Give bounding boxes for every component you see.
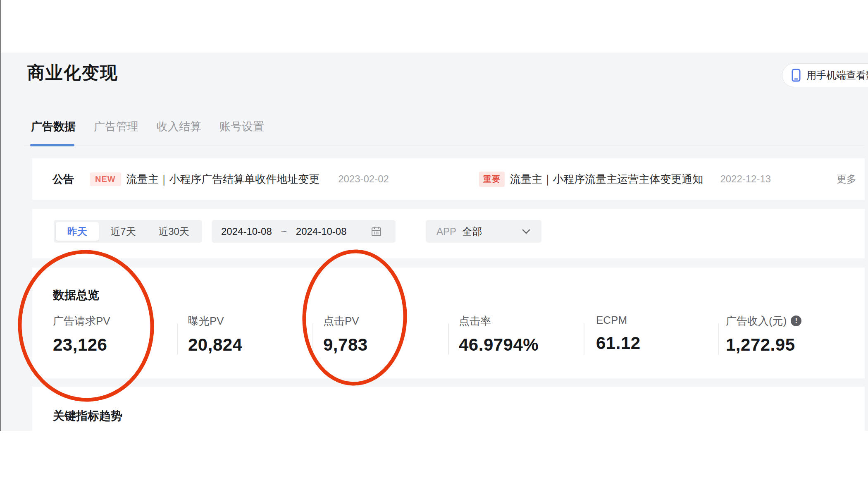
info-icon[interactable]: ! (791, 315, 801, 326)
announcement-date-1: 2023-02-02 (338, 173, 389, 185)
mobile-view-button-label: 用手机端查看数据 (806, 69, 868, 82)
metric-value: 23,126 (53, 335, 110, 355)
metric-divider (312, 323, 313, 355)
announcement-date-2: 2022-12-13 (720, 173, 771, 185)
range-30days-button[interactable]: 近30天 (148, 222, 200, 241)
filter-bar: 昨天 近7天 近30天 2024-10-08 ~ 2024-10-08 APP (32, 209, 865, 258)
mobile-view-button[interactable]: 用手机端查看数据 (782, 63, 868, 87)
tab-ad-management[interactable]: 广告管理 (94, 119, 138, 134)
announcement-link-2[interactable]: 流量主｜小程序流量主运营主体变更通知 (510, 172, 703, 186)
metric-label: 曝光PV (188, 314, 242, 328)
range-7days-button[interactable]: 近7天 (99, 222, 148, 241)
app-select-value: 全部 (462, 225, 482, 238)
metric-click-rate: 点击率 46.9794% (459, 314, 539, 355)
metric-ad-request-pv: 广告请求PV 23,126 (53, 314, 110, 355)
metric-divider (177, 323, 178, 355)
date-end: 2024-10-08 (296, 226, 347, 237)
date-range-picker[interactable]: 2024-10-08 ~ 2024-10-08 (212, 220, 396, 243)
range-yesterday-button[interactable]: 昨天 (56, 222, 99, 241)
metric-value: 46.9794% (459, 335, 539, 355)
calendar-icon (371, 226, 382, 237)
metric-value: 1,272.95 (726, 335, 801, 355)
metric-label: 广告请求PV (53, 314, 110, 328)
metric-label: 点击率 (459, 314, 539, 328)
metric-value: 9,783 (323, 335, 368, 355)
key-metric-trend-card: 关键指标趋势 (32, 387, 865, 478)
date-separator: ~ (281, 226, 287, 237)
metric-value: 20,824 (188, 335, 242, 355)
metric-divider (584, 323, 584, 355)
metric-ad-revenue: 广告收入(元) ! 1,272.95 (726, 314, 801, 355)
badge-new: NEW (90, 172, 121, 186)
metric-label: 点击PV (323, 314, 368, 328)
overview-section-title: 数据总览 (53, 287, 99, 303)
app-select-label: APP (436, 226, 456, 237)
announcement-bar: 公告 NEW 流量主｜小程序广告结算单收件地址变更 2023-02-02 重要 … (32, 158, 865, 200)
tab-ad-data[interactable]: 广告数据 (31, 119, 76, 134)
date-start: 2024-10-08 (221, 226, 272, 237)
data-overview-card: 数据总览 广告请求PV 23,126 曝光PV 20,824 点击PV 9,78… (32, 268, 865, 378)
metric-click-pv: 点击PV 9,783 (323, 314, 368, 355)
badge-important: 重要 (479, 172, 505, 187)
left-edge-line (0, 0, 1, 431)
metric-divider (448, 323, 449, 355)
page-title: 商业化变现 (27, 61, 118, 84)
active-tab-underline (30, 144, 74, 146)
tab-revenue-settlement[interactable]: 收入结算 (157, 119, 201, 134)
tabs-divider (24, 146, 865, 146)
app-select[interactable]: APP 全部 (426, 220, 541, 243)
trend-section-title: 关键指标趋势 (53, 408, 122, 424)
announcement-more-link[interactable]: 更多 (837, 172, 856, 186)
metric-ecpm: ECPM 61.12 (596, 314, 641, 353)
metric-value: 61.12 (596, 333, 641, 353)
metric-label: ECPM (596, 314, 641, 327)
metric-divider (718, 323, 719, 355)
tab-account-settings[interactable]: 账号设置 (219, 119, 264, 134)
tab-bar: 广告数据 广告管理 收入结算 账号设置 (31, 119, 264, 134)
quick-range-segmented-control: 昨天 近7天 近30天 (54, 220, 202, 243)
metric-exposure-pv: 曝光PV 20,824 (188, 314, 242, 355)
chevron-down-icon (522, 229, 531, 234)
phone-icon (792, 69, 801, 82)
monetization-dashboard: 商业化变现 用手机端查看数据 广告数据 广告管理 收入结算 账号设置 公告 NE… (0, 0, 868, 478)
announcement-title: 公告 (52, 172, 74, 186)
announcement-link-1[interactable]: 流量主｜小程序广告结算单收件地址变更 (126, 172, 320, 186)
metric-label: 广告收入(元) (726, 314, 787, 328)
